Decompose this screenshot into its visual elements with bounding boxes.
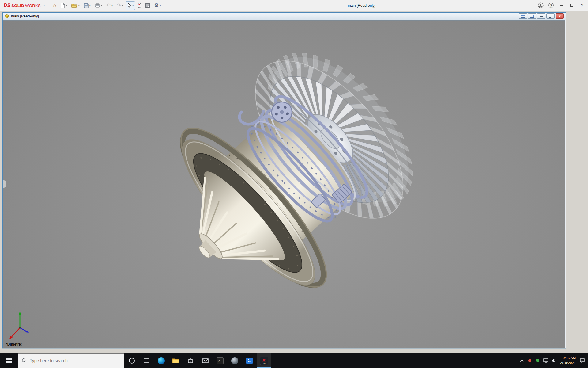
cortana-button[interactable] <box>124 353 139 368</box>
select-tool-button[interactable]: ▾ <box>126 1 135 10</box>
new-document-button[interactable]: ▾ <box>59 1 69 10</box>
taskbar: >_ S 2021 <box>0 353 588 368</box>
red-status-icon <box>528 359 532 362</box>
mouse-icon <box>138 3 141 8</box>
mouse-gestures-button[interactable] <box>136 1 143 10</box>
help-button[interactable]: ? <box>546 1 556 10</box>
maximize-button[interactable] <box>567 1 577 10</box>
taskbar-app-terminal[interactable]: >_ <box>213 353 227 368</box>
property-sheet-icon <box>145 3 150 8</box>
open-folder-icon <box>71 3 77 8</box>
document-titlebar[interactable]: main [Read-only] × <box>3 13 566 20</box>
doc-close-button[interactable]: × <box>556 13 564 19</box>
app-window-controls: ? × <box>535 1 588 10</box>
open-button[interactable]: ▾ <box>70 1 81 10</box>
undo-button[interactable]: ↶ ▾ <box>105 1 114 10</box>
close-icon: × <box>581 3 583 8</box>
tray-expand-button[interactable] <box>518 353 526 368</box>
photos-app-icon <box>246 357 253 364</box>
search-input[interactable] <box>30 358 109 363</box>
part-document-icon <box>5 14 9 18</box>
edge-browser-icon <box>158 357 165 364</box>
print-icon <box>95 3 100 8</box>
file-explorer-icon <box>172 358 179 364</box>
dropdown-icon[interactable]: ▾ <box>160 4 161 7</box>
solidworks-app-icon: S 2021 <box>260 357 268 365</box>
print-button[interactable]: ▾ <box>93 1 104 10</box>
select-arrow-icon <box>127 3 131 8</box>
taskbar-app-media[interactable] <box>227 353 242 368</box>
taskbar-app-mail[interactable] <box>198 353 213 368</box>
restore-icon <box>549 15 552 18</box>
dropdown-icon[interactable]: ▾ <box>78 4 80 7</box>
tray-display[interactable] <box>542 353 550 368</box>
brand-chevron-icon[interactable]: › <box>43 3 45 8</box>
home-icon: ⌂ <box>53 3 56 8</box>
volume-icon <box>551 358 556 363</box>
taskbar-app-store[interactable] <box>183 353 198 368</box>
display-icon <box>543 358 548 363</box>
terminal-icon: >_ <box>217 357 224 364</box>
brand-works: WORKS <box>25 3 41 8</box>
dropdown-icon[interactable]: ▾ <box>132 4 134 7</box>
view-orientation-label: *Dimetric <box>6 342 22 347</box>
dropdown-icon[interactable]: ▾ <box>111 4 113 7</box>
document-window-controls: × <box>519 13 564 19</box>
action-center-icon <box>580 358 585 363</box>
minimize-icon <box>560 5 563 6</box>
chevron-up-icon <box>520 359 524 362</box>
task-view-button[interactable] <box>139 353 154 368</box>
tray-security[interactable] <box>534 353 542 368</box>
new-document-icon <box>60 3 65 8</box>
doc-new-window-button[interactable] <box>519 13 527 19</box>
jet-engine-model <box>134 21 446 331</box>
taskbar-app-file-explorer[interactable] <box>168 353 183 368</box>
taskbar-app-solidworks[interactable]: S 2021 <box>257 353 271 368</box>
taskbar-app-photos[interactable] <box>242 353 257 368</box>
window-pane-icon <box>521 15 525 18</box>
dropdown-icon[interactable]: ▾ <box>66 4 67 7</box>
mail-icon <box>202 358 209 364</box>
graphics-viewport[interactable]: *Dimetric ‹ <box>3 20 565 348</box>
app-window-title: main [Read-only] <box>348 3 375 8</box>
home-button[interactable]: ⌂ <box>51 1 58 10</box>
options-button[interactable]: ⚙ ▾ <box>153 1 162 10</box>
redo-button[interactable]: ↷ ▾ <box>115 1 125 10</box>
shield-icon <box>536 358 540 363</box>
taskbar-clock[interactable]: 9:15 AM 2/19/2021 <box>558 356 578 365</box>
help-icon: ? <box>548 3 554 8</box>
start-button[interactable] <box>0 353 18 368</box>
doc-tile-window-button[interactable] <box>528 13 536 19</box>
taskbar-search[interactable] <box>18 353 124 368</box>
windows-logo-icon <box>6 358 12 363</box>
dropdown-icon[interactable]: ▾ <box>122 4 123 7</box>
close-button[interactable]: × <box>577 1 587 10</box>
tray-volume[interactable] <box>550 353 558 368</box>
dropdown-icon[interactable]: ▾ <box>101 4 102 7</box>
clock-date: 2/19/2021 <box>560 361 576 366</box>
tray-app-red[interactable] <box>526 353 534 368</box>
orientation-triad <box>9 312 29 339</box>
minimize-icon <box>540 16 543 17</box>
taskbar-app-edge[interactable] <box>154 353 168 368</box>
account-button[interactable] <box>535 1 546 10</box>
media-app-icon <box>231 357 238 364</box>
clock-time: 9:15 AM <box>563 356 576 361</box>
document-title: main [Read-only] <box>11 14 39 18</box>
quick-access-toolbar: ⌂ ▾ ▾ ▾ <box>51 1 162 10</box>
minimize-button[interactable] <box>556 1 567 10</box>
redo-icon: ↷ <box>117 3 121 8</box>
document-window: main [Read-only] × <box>2 12 566 348</box>
action-center-button[interactable] <box>578 353 586 368</box>
properties-button[interactable] <box>144 1 152 10</box>
cortana-icon <box>129 358 135 364</box>
search-icon <box>22 358 27 363</box>
solidworks-logo: DS SOLID WORKS › <box>0 3 47 8</box>
doc-minimize-button[interactable] <box>537 13 545 19</box>
dropdown-icon[interactable]: ▾ <box>89 4 91 7</box>
system-tray: 9:15 AM 2/19/2021 <box>518 353 588 368</box>
save-button[interactable]: ▾ <box>82 1 92 10</box>
maximize-icon <box>570 4 573 7</box>
save-icon <box>84 3 89 8</box>
doc-restore-button[interactable] <box>546 13 555 19</box>
